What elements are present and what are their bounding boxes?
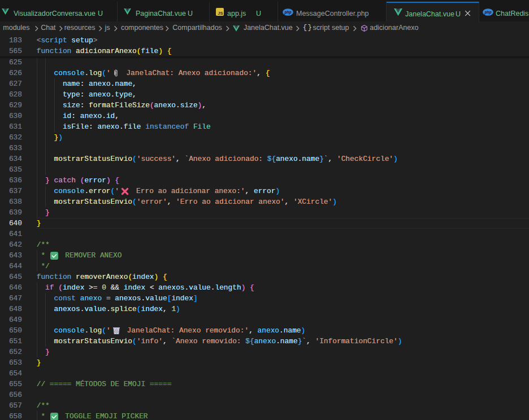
svg-text:php: php	[284, 10, 292, 15]
svg-text:JS: JS	[218, 11, 223, 16]
svg-text:php: php	[484, 10, 492, 15]
